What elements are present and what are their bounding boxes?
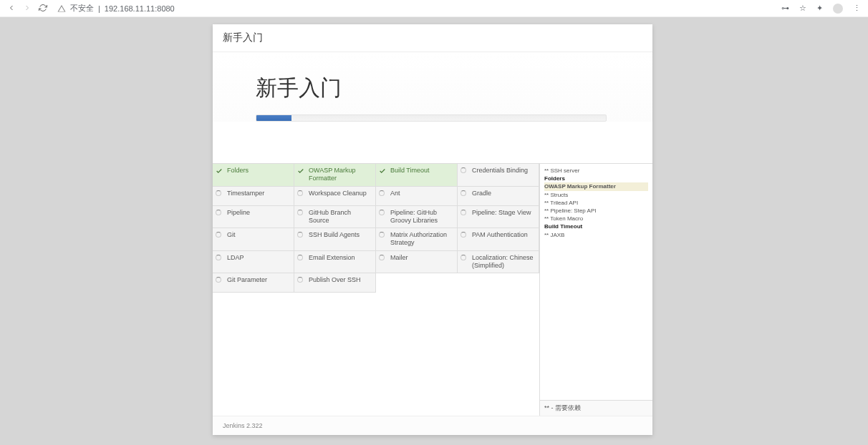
spinner-icon — [297, 232, 304, 239]
plugin-name: GitHub Branch Source — [309, 209, 351, 224]
plugin-cell: SSH Build Agents — [294, 228, 376, 251]
plugin-name: Mailer — [390, 254, 408, 261]
log-line: OWASP Markup Formatter — [544, 182, 648, 190]
plugin-name: Localization: Chinese (Simplified) — [472, 254, 534, 269]
menu-icon[interactable]: ⋮ — [853, 4, 861, 13]
insecure-label: 不安全 — [70, 3, 94, 14]
plugin-cell: PAM Authentication — [458, 228, 539, 251]
check-icon — [216, 167, 223, 175]
plugin-name: Git Parameter — [227, 276, 267, 283]
spinner-icon — [216, 277, 223, 284]
plugin-name: Ant — [390, 190, 400, 197]
plugin-name: Matrix Authorization Strategy — [390, 231, 447, 246]
spinner-icon — [216, 232, 223, 239]
chrome-actions: ⊶ ☆ ✦ ⋮ — [781, 4, 861, 14]
plugin-cell: Pipeline: GitHub Groovy Libraries — [376, 206, 458, 229]
log-line: Folders — [544, 175, 648, 182]
plugin-cell: Build Timeout — [376, 164, 458, 187]
browser-toolbar: 不安全 | 192.168.11.11:8080 ⊶ ☆ ✦ ⋮ — [0, 0, 868, 17]
plugin-cell: Ant — [376, 187, 458, 206]
plugin-area: FoldersOWASP Markup FormatterBuild Timeo… — [213, 163, 652, 416]
plugin-cell: GitHub Branch Source — [294, 206, 376, 229]
plugin-cell: LDAP — [213, 251, 294, 274]
log-body: ** SSH serverFoldersOWASP Markup Formatt… — [540, 164, 652, 400]
spinner-icon — [379, 190, 386, 197]
spinner-icon — [460, 190, 468, 197]
url-text: 192.168.11.11:8080 — [105, 4, 175, 13]
progress-fill — [256, 115, 291, 121]
plugin-name: Git — [227, 231, 236, 238]
insecure-icon — [57, 4, 66, 13]
plugin-name: Pipeline — [227, 209, 250, 216]
log-footer: ** - 需要依赖 — [540, 400, 652, 416]
plugin-cell: Email Extension — [294, 251, 376, 274]
spinner-icon — [460, 210, 468, 217]
plugin-cell: Pipeline — [213, 206, 294, 229]
spinner-icon — [297, 255, 304, 262]
extensions-icon[interactable]: ✦ — [816, 4, 823, 13]
log-line: Build Timeout — [544, 222, 648, 230]
spinner-icon — [379, 255, 386, 262]
plugin-cell: Publish Over SSH — [294, 273, 376, 293]
check-icon — [297, 167, 304, 175]
spinner-icon — [460, 232, 468, 239]
plugin-cell: Localization: Chinese (Simplified) — [458, 251, 539, 274]
dialog-header: 新手入门 — [213, 24, 652, 52]
plugin-cell: Folders — [213, 164, 294, 187]
dialog-footer: Jenkins 2.322 — [213, 416, 652, 435]
log-line: ** Structs — [544, 191, 648, 199]
star-icon[interactable]: ☆ — [799, 4, 806, 13]
profile-icon[interactable] — [833, 4, 843, 14]
spinner-icon — [460, 255, 468, 262]
plugin-name: Folders — [227, 167, 249, 174]
plugin-name: Timestamper — [227, 190, 264, 197]
key-icon[interactable]: ⊶ — [781, 4, 789, 13]
log-line: ** Token Macro — [544, 215, 648, 222]
spinner-icon — [379, 210, 386, 217]
progress-bar — [256, 114, 607, 122]
log-line: ** JAXB — [544, 231, 648, 239]
url-separator: | — [98, 4, 100, 13]
plugin-name: SSH Build Agents — [309, 231, 360, 238]
plugin-name: Credentials Binding — [472, 167, 528, 174]
spinner-icon — [297, 277, 304, 284]
back-icon[interactable] — [7, 4, 16, 14]
spinner-icon — [216, 255, 223, 262]
plugin-name: Gradle — [472, 190, 491, 197]
plugin-name: Publish Over SSH — [309, 276, 361, 283]
install-log-panel: ** SSH serverFoldersOWASP Markup Formatt… — [539, 163, 652, 416]
spinner-icon — [216, 210, 223, 217]
spinner-icon — [216, 190, 223, 197]
address-bar[interactable]: 不安全 | 192.168.11.11:8080 — [57, 3, 771, 14]
log-line: ** SSH server — [544, 167, 648, 175]
log-line: ** Trilead API — [544, 199, 648, 207]
spinner-icon — [297, 210, 304, 217]
plugin-cell: OWASP Markup Formatter — [294, 164, 376, 187]
plugin-cell: Mailer — [376, 251, 458, 274]
spinner-icon — [460, 167, 468, 175]
plugin-cell: Git Parameter — [213, 273, 294, 293]
check-icon — [379, 167, 386, 175]
spinner-icon — [379, 232, 386, 239]
plugin-name: Pipeline: GitHub Groovy Libraries — [390, 209, 438, 224]
plugin-name: PAM Authentication — [472, 231, 528, 238]
plugin-cell: Git — [213, 228, 294, 251]
plugin-cell: Timestamper — [213, 187, 294, 206]
plugin-cell: Matrix Authorization Strategy — [376, 228, 458, 251]
plugin-cell: Workspace Cleanup — [294, 187, 376, 206]
plugin-grid: FoldersOWASP Markup FormatterBuild Timeo… — [213, 163, 539, 416]
dialog-hero: 新手入门 — [213, 52, 652, 122]
plugin-cell: Credentials Binding — [458, 164, 539, 187]
plugin-name: Workspace Cleanup — [309, 190, 367, 197]
plugin-name: LDAP — [227, 254, 244, 261]
nav-controls — [7, 4, 47, 14]
setup-wizard-dialog: 新手入门 新手入门 FoldersOWASP Markup FormatterB… — [213, 24, 652, 435]
plugin-name: OWASP Markup Formatter — [309, 167, 356, 182]
forward-icon[interactable] — [23, 4, 32, 14]
plugin-name: Email Extension — [309, 254, 355, 261]
plugin-name: Pipeline: Stage View — [472, 209, 531, 216]
plugin-cell: Gradle — [458, 187, 539, 206]
reload-icon[interactable] — [39, 4, 47, 14]
page-title: 新手入门 — [256, 74, 609, 103]
spinner-icon — [297, 190, 304, 197]
